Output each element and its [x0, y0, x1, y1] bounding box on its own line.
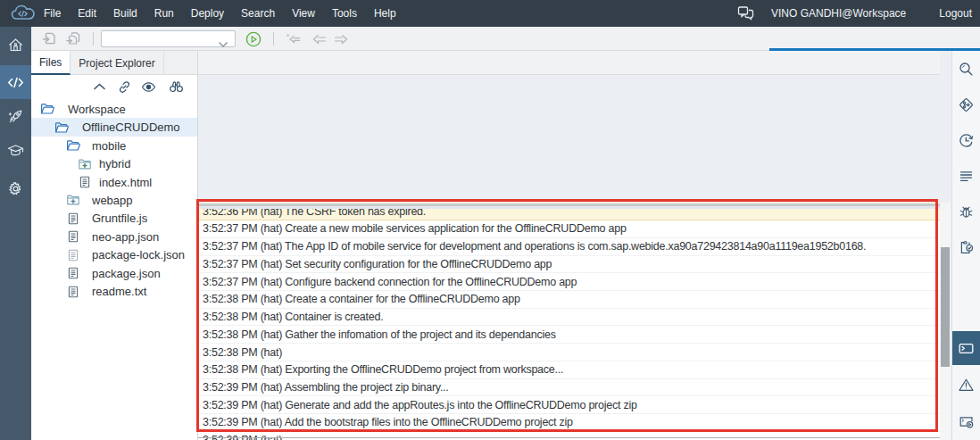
tree-item-package-lock-json[interactable]: package-lock.json: [31, 246, 197, 264]
tree-item-gruntfile-js[interactable]: Gruntfile.js: [31, 210, 197, 228]
console-line-text: 3:52:39 PM (hat) Add the bootstrap files…: [198, 416, 573, 428]
console-output[interactable]: 3:52:36 PM (hat) The CSRF token has expi…: [198, 203, 940, 440]
tree-item-label: neo-app.json: [92, 230, 159, 244]
tree-item-offlinecruddemo[interactable]: OfflineCRUDDemo: [31, 118, 197, 136]
menu-tools[interactable]: Tools: [332, 7, 357, 20]
menu-help[interactable]: Help: [374, 7, 396, 20]
last-edit-location-icon[interactable]: [286, 31, 302, 47]
collapse-all-button[interactable]: [92, 79, 107, 95]
collapse-all-icon: [92, 79, 107, 95]
console-line-text: 3:52:38 PM (hat) Create a container for …: [198, 293, 520, 305]
menu-run[interactable]: Run: [154, 7, 174, 20]
save-icon[interactable]: [41, 30, 57, 46]
console-line[interactable]: 3:52:39 PM (hat) Add the bootstrap files…: [198, 414, 940, 432]
rail-history[interactable]: [952, 123, 980, 157]
tree-item-label: package-lock.json: [92, 248, 185, 262]
menu-view[interactable]: View: [292, 7, 315, 20]
menu-build[interactable]: Build: [113, 7, 137, 20]
tree-item-label: Workspace: [68, 103, 126, 116]
rail-tests[interactable]: [952, 230, 980, 264]
debug-bug-icon: [958, 203, 975, 220]
history-clock-icon: [958, 132, 975, 149]
tab-project-explorer[interactable]: Project Explorer: [71, 51, 163, 75]
search-files-button[interactable]: [169, 79, 184, 95]
rail-outline[interactable]: [952, 159, 980, 193]
rail-learning[interactable]: [0, 133, 31, 167]
file-dim-icon: [66, 248, 80, 262]
console-line[interactable]: 3:52:39 PM (hat) Assembling the project …: [198, 379, 940, 397]
file-icon: [66, 229, 80, 244]
tree-item-webapp[interactable]: webapp: [31, 191, 197, 209]
file-icon: [66, 266, 80, 280]
folder-open-icon: [40, 102, 54, 116]
run-play-icon[interactable]: [245, 31, 262, 47]
navigate-forward-icon[interactable]: [334, 31, 350, 47]
console-line[interactable]: 3:52:37 PM (hat) The App ID of mobile se…: [198, 238, 940, 256]
file-tree: WorkspaceOfflineCRUDDemomobilehybridinde…: [31, 100, 197, 440]
console-line-text: 3:52:37 PM (hat) Configure backend conne…: [198, 276, 577, 288]
chevron-down-icon[interactable]: [218, 36, 228, 43]
main-menu: FileEditBuildRunDeploySearchViewToolsHel…: [44, 0, 396, 27]
rail-settings[interactable]: [0, 171, 31, 205]
tree-item-hybrid[interactable]: hybrid: [31, 154, 197, 172]
file-explorer-panel: FilesProject Explorer WorkspaceOfflineCR…: [31, 51, 198, 440]
tree-item-neo-app-json[interactable]: neo-app.json: [31, 228, 197, 245]
console-line-text: 3:52:39 PM (hat) Assembling the project …: [198, 381, 449, 394]
problems-warning-icon: [958, 377, 975, 394]
tree-item-index-html[interactable]: index.html: [31, 173, 197, 191]
rail-preview-pane[interactable]: [952, 404, 980, 438]
tree-item-label: webapp: [92, 194, 133, 207]
tree-item-mobile[interactable]: mobile: [31, 137, 197, 154]
console-line[interactable]: 3:52:39 PM (hat) Generate and add the ap…: [198, 396, 940, 414]
tree-item-workspace[interactable]: Workspace: [31, 100, 197, 118]
project-folder-blue-icon: [66, 193, 80, 207]
project-folder-green-icon: [78, 157, 92, 171]
search-icon: [958, 61, 975, 78]
file-icon: [66, 212, 80, 226]
link-with-editor-button[interactable]: [117, 79, 132, 95]
console-scrollbar[interactable]: [940, 203, 951, 440]
rail-preview[interactable]: [0, 99, 31, 133]
rail-development[interactable]: [0, 65, 31, 99]
rail-git[interactable]: [952, 87, 980, 121]
console-line[interactable]: 3:52:37 PM (hat) Set security configurat…: [198, 256, 940, 274]
menu-bar: FileEditBuildRunDeploySearchViewToolsHel…: [0, 0, 980, 27]
console-line[interactable]: 3:52:38 PM (hat) Exporting the OfflineCR…: [198, 361, 940, 379]
console-line[interactable]: 3:52:39 PM (hat): [198, 432, 940, 440]
console-line[interactable]: 3:52:38 PM (hat): [198, 344, 940, 361]
navigate-back-icon[interactable]: [311, 31, 327, 47]
show-hidden-files-button[interactable]: [141, 79, 156, 95]
left-activity-bar: [0, 27, 31, 440]
tab-files[interactable]: Files: [31, 51, 71, 75]
console-line[interactable]: 3:52:38 PM (hat) Create a container for …: [198, 291, 940, 309]
rail-debug[interactable]: [952, 195, 980, 228]
console-scrollbar-thumb[interactable]: [941, 247, 950, 367]
rocket-icon: [7, 108, 24, 125]
console-line[interactable]: 3:52:37 PM (hat) Configure backend conne…: [198, 273, 940, 291]
feedback-chat-icon[interactable]: [737, 5, 754, 21]
menu-deploy[interactable]: Deploy: [191, 7, 224, 20]
cloud-code-logo-icon: [10, 4, 42, 23]
menu-edit[interactable]: Edit: [78, 7, 96, 20]
run-configuration-input[interactable]: [104, 32, 220, 46]
menu-search[interactable]: Search: [241, 7, 275, 20]
console-line[interactable]: 3:52:38 PM (hat) Container is created.: [198, 309, 940, 327]
rail-search[interactable]: [952, 52, 980, 86]
rail-home[interactable]: [0, 28, 31, 62]
logout-button[interactable]: Logout: [939, 7, 972, 20]
file-icon: [78, 175, 92, 189]
tree-item-label: index.html: [99, 176, 152, 189]
console-line[interactable]: 3:52:37 PM (hat) Create a new mobile ser…: [198, 220, 940, 238]
console-clipped-row-edge: [198, 206, 940, 209]
save-all-icon[interactable]: [65, 30, 81, 46]
user-workspace-label[interactable]: VINO GANDHI@Workspace: [771, 7, 906, 20]
menu-file[interactable]: File: [44, 7, 61, 20]
rail-console[interactable]: [952, 331, 980, 365]
tree-item-readme-txt[interactable]: readme.txt: [31, 283, 197, 301]
tree-item-package-json[interactable]: package.json: [31, 264, 197, 282]
file-icon: [66, 285, 80, 299]
run-configuration-select[interactable]: [101, 30, 236, 47]
rail-problems[interactable]: [952, 368, 980, 402]
tree-item-label: Gruntfile.js: [92, 212, 147, 225]
console-line[interactable]: 3:52:38 PM (hat) Gather the infomation o…: [198, 326, 940, 344]
